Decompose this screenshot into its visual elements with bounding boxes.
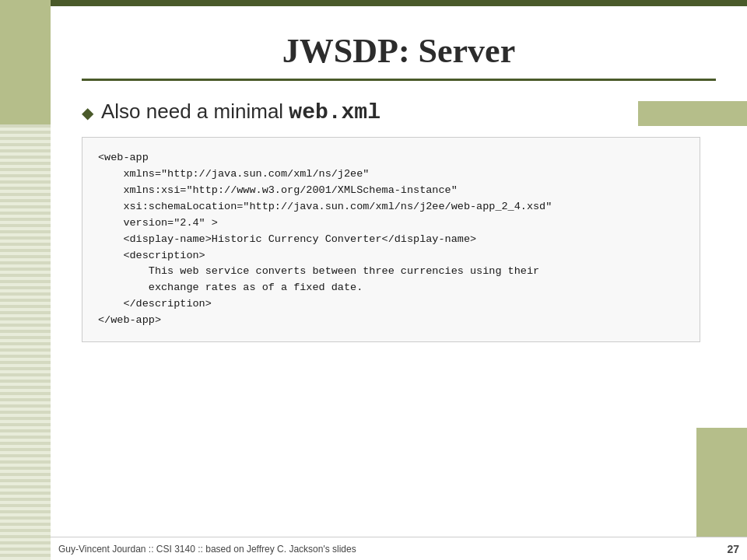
code-line: xmlns="http://java.sun.com/xml/ns/j2ee": [98, 166, 684, 183]
slide-content: JWSDP: Server ◆ Also need a minimal web.…: [51, 0, 747, 358]
slide-title: JWSDP: Server: [82, 31, 716, 71]
title-divider: [82, 79, 716, 81]
code-line: <web-app: [98, 150, 684, 166]
code-line: </description>: [98, 296, 684, 313]
code-line: <display-name>Historic Currency Converte…: [98, 232, 684, 248]
footer-page: 27: [727, 543, 739, 555]
code-line: </web-app>: [98, 313, 684, 329]
top-left-block: [0, 0, 51, 124]
footer: Guy-Vincent Jourdan :: CSI 3140 :: based…: [51, 537, 747, 560]
bullet-code: web.xml: [289, 100, 381, 124]
bullet-text: Also need a minimal web.xml: [101, 100, 381, 124]
code-line: xsi:schemaLocation="http://java.sun.com/…: [98, 199, 684, 215]
bottom-right-block: [696, 428, 747, 537]
top-right-block: [638, 101, 747, 126]
code-line: xmlns:xsi="http://www.w3.org/2001/XMLSch…: [98, 183, 684, 199]
footer-credit: Guy-Vincent Jourdan :: CSI 3140 :: based…: [58, 544, 356, 555]
code-line: <description>: [98, 248, 684, 264]
code-line: version="2.4" >: [98, 215, 684, 232]
top-bar: [0, 0, 747, 6]
code-line: This web service converts between three …: [98, 264, 684, 280]
code-line: exchange rates as of a fixed date.: [98, 280, 684, 296]
bullet-diamond-icon: ◆: [82, 103, 93, 122]
bullet-item-1: ◆ Also need a minimal web.xml: [82, 100, 716, 124]
bullet-section: ◆ Also need a minimal web.xml: [82, 100, 716, 124]
code-block: <web-app xmlns="http://java.sun.com/xml/…: [82, 137, 700, 342]
bullet-label: Also need a minimal: [101, 100, 289, 123]
